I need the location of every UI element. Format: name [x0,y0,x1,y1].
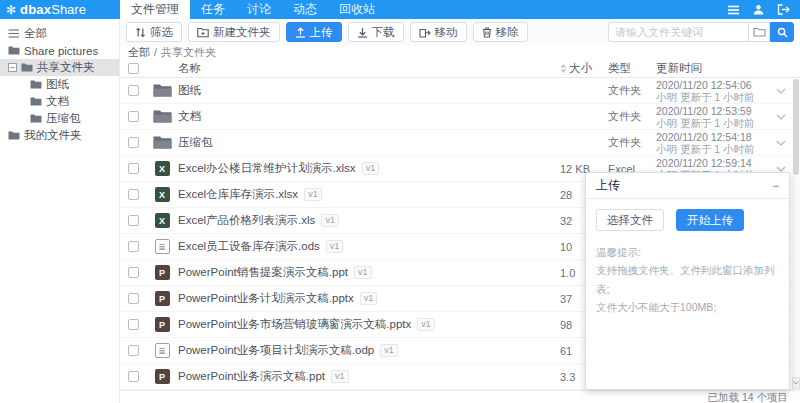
toolbar-button-2[interactable]: 上传 [286,22,342,42]
toolbar-button-label: 下载 [372,25,395,40]
select-all-checkbox[interactable] [128,63,139,74]
toolbar-button-label: 移动 [435,25,458,40]
file-updated: 2020/11/20 12:54:06小明 更新于 1 小时前 [656,78,770,103]
upload-dialog-title: 上传 [596,177,620,194]
file-name[interactable]: Excel产品价格列表演示.xls [178,213,315,228]
expander-minus-icon[interactable] [8,63,17,72]
file-updated: 2020/11/20 12:54:18小明 更新于 1 小时前 [656,130,770,155]
tab-0[interactable]: 文件管理 [120,0,190,19]
row-checkbox[interactable] [128,163,139,174]
row-checkbox[interactable] [128,319,139,330]
file-name[interactable]: PowerPoint业务项目计划演示文稿.odp [178,343,374,358]
excel-file-icon: X [155,187,170,202]
sidebar-item-2[interactable]: 共享文件夹 [0,59,119,76]
file-name[interactable]: PowerPoint业务演示文稿.ppt [178,369,325,384]
sidebar-item-0[interactable]: 全部 [0,25,119,42]
sidebar-item-3[interactable]: 图纸 [0,76,119,93]
row-checkbox[interactable] [128,189,139,200]
ppt-file-icon: P [155,317,170,332]
table-row[interactable]: 文档文件夹2020/11/20 12:53:59小明 更新于 1 小时前 [120,104,792,130]
upload-dialog: 上传 − 选择文件 开始上传 温馨提示: 支持拖拽文件夹、文件到此窗口添加列表;… [585,172,790,390]
scrollbar[interactable] [792,78,800,390]
tip-line: 温馨提示: [596,243,779,261]
search-input[interactable] [608,22,748,42]
folder-search-button[interactable] [748,22,770,42]
row-checkbox[interactable] [128,85,139,96]
toolbar: 筛选新建文件夹上传下载移动移除 [120,19,800,45]
row-checkbox[interactable] [128,137,139,148]
chevron-down-icon[interactable] [770,140,792,146]
column-type[interactable]: 类型 [608,61,656,76]
menu-icon[interactable] [727,5,740,15]
filter-icon [135,27,146,38]
tab-2[interactable]: 讨论 [236,0,282,19]
version-badge: v1 [380,344,398,357]
folder-icon [21,63,33,72]
row-checkbox[interactable] [128,371,139,382]
file-name[interactable]: Excel仓库库存演示.xlsx [178,187,298,202]
scrollbar-down-arrow[interactable] [792,377,800,389]
file-name[interactable]: PowerPoint业务市场营销玻璃窗演示文稿.pptx [178,317,411,332]
status-bar: 已加载 14 个项目 [120,390,800,403]
sidebar-item-1[interactable]: Share pictures [0,42,119,59]
topbar-tabs: 文件管理任务讨论动态回收站 [120,0,386,19]
column-size[interactable]: 大小 [560,61,608,76]
logout-icon[interactable] [777,4,790,15]
column-updated[interactable]: 更新时间 [656,61,770,76]
row-checkbox[interactable] [128,267,139,278]
toolbar-button-4[interactable]: 移动 [410,22,467,42]
file-name[interactable]: 图纸 [178,83,201,98]
file-type: 文件夹 [608,83,656,98]
topbar: ✻ dbaxShare 文件管理任务讨论动态回收站 [0,0,800,19]
folder-icon [30,114,42,123]
toolbar-button-0[interactable]: 筛选 [126,22,182,42]
sidebar-item-6[interactable]: 我的文件夹 [0,127,119,144]
toolbar-buttons: 筛选新建文件夹上传下载移动移除 [126,22,528,42]
table-row[interactable]: 图纸文件夹2020/11/20 12:54:06小明 更新于 1 小时前 [120,78,792,104]
sidebar-item-4[interactable]: 文档 [0,93,119,110]
start-upload-button[interactable]: 开始上传 [676,209,744,231]
chevron-down-icon[interactable] [770,88,792,94]
sidebar-item-5[interactable]: 压缩包 [0,110,119,127]
updated-by: 小明 更新于 1 小时前 [656,91,770,103]
choose-file-button[interactable]: 选择文件 [596,209,664,231]
sidebar-item-label: 文档 [46,94,69,109]
updated-by: 小明 更新于 1 小时前 [656,143,770,155]
column-name[interactable]: 名称 [178,61,560,76]
app-logo[interactable]: ✻ dbaxShare [0,0,120,19]
version-badge: v1 [360,292,378,305]
toolbar-button-5[interactable]: 移除 [473,22,528,42]
row-checkbox[interactable] [128,111,139,122]
updated-time: 2020/11/20 12:59:14 [656,157,770,169]
row-checkbox[interactable] [128,241,139,252]
excel-file-icon: X [155,213,170,228]
file-name[interactable]: 压缩包 [178,135,213,150]
search-button[interactable] [770,22,794,42]
updated-time: 2020/11/20 12:53:59 [656,105,770,117]
table-row[interactable]: 压缩包文件夹2020/11/20 12:54:18小明 更新于 1 小时前 [120,130,792,156]
version-badge: v1 [321,214,339,227]
file-name[interactable]: Excel办公楼日常维护计划演示.xlsx [178,161,356,176]
row-checkbox[interactable] [128,293,139,304]
file-name[interactable]: Excel员工设备库存演示.ods [178,239,320,254]
ppt-file-icon: P [155,265,170,280]
tab-1[interactable]: 任务 [190,0,236,19]
toolbar-button-1[interactable]: 新建文件夹 [188,22,280,42]
row-checkbox[interactable] [128,345,139,356]
tab-3[interactable]: 动态 [282,0,328,19]
folder-icon [8,46,20,55]
file-name[interactable]: PowerPoint销售提案演示文稿.ppt [178,265,348,280]
file-name[interactable]: 文档 [178,109,201,124]
file-name[interactable]: PowerPoint业务计划演示文稿.pptx [178,291,354,306]
minimize-icon[interactable]: − [772,180,779,192]
breadcrumb-root[interactable]: 全部 [128,45,150,60]
chevron-down-icon[interactable] [770,166,792,172]
toolbar-button-3[interactable]: 下载 [348,22,404,42]
user-icon[interactable] [753,4,764,15]
row-checkbox[interactable] [128,215,139,226]
tab-4[interactable]: 回收站 [328,0,386,19]
scrollbar-thumb[interactable] [793,79,799,175]
folder-icon [30,97,42,106]
sidebar-item-label: Share pictures [24,45,98,57]
chevron-down-icon[interactable] [770,114,792,120]
